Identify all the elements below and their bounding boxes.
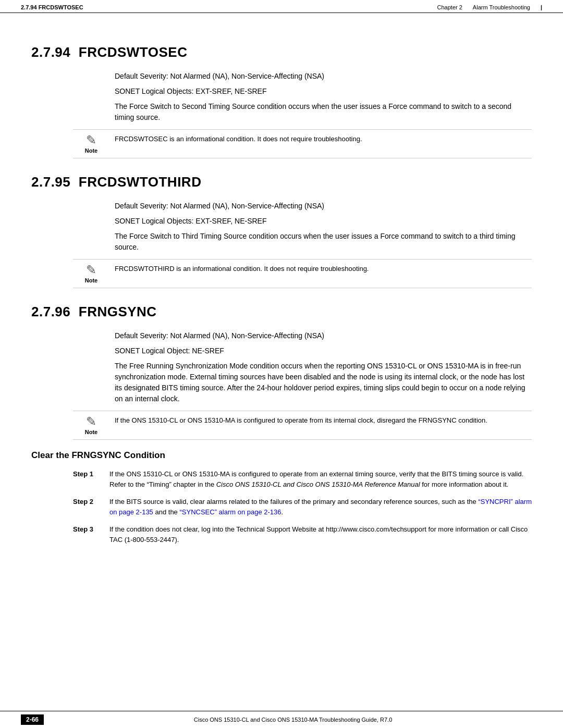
step-2-content: If the BITS source is valid, clear alarm… [109, 497, 532, 517]
step-2-text3: . [282, 508, 284, 516]
step-1-label: Step 1 [73, 469, 109, 489]
header-title: Alarm Troubleshooting [473, 4, 530, 10]
page-header: 2.7.94 FRCDSWTOSEC Chapter 2 Alarm Troub… [0, 0, 563, 13]
section-title-frcdswtosec: 2.7.94 FRCDSWTOSEC [31, 44, 532, 60]
section-body-frcdswtothird: Default Severity: Not Alarmed (NA), Non-… [115, 201, 532, 253]
logical-objects-frngsync: SONET Logical Object: NE-SREF [115, 346, 532, 356]
header-chapter: Chapter 2 [437, 4, 462, 10]
step-3-label: Step 3 [73, 524, 109, 545]
step-2-label: Step 2 [73, 497, 109, 517]
header-right: Chapter 2 Alarm Troubleshooting | [437, 4, 542, 10]
step-1-row: Step 1 If the ONS 15310-CL or ONS 15310-… [73, 469, 532, 489]
syncsec-link[interactable]: “SYNCSEC” alarm on page 2-136 [179, 508, 281, 516]
note-text-frcdswtosec: FRCDSWTOSEC is an informational conditio… [115, 134, 532, 144]
page-footer: 2-66 Cisco ONS 15310-CL and Cisco ONS 15… [0, 711, 563, 728]
note-frcdswtothird: ✎ Note FRCDSWTOTHIRD is an informational… [73, 259, 532, 288]
note-icon-area: ✎ Note [73, 134, 115, 154]
note-text-frcdswtothird: FRCDSWTOTHIRD is an informational condit… [115, 264, 532, 274]
step-3-row: Step 3 If the condition does not clear, … [73, 524, 532, 545]
step-2-text: If the BITS source is valid, clear alarm… [109, 498, 478, 505]
description-frcdswtosec: The Force Switch to Second Timing Source… [115, 101, 532, 123]
note-icon-area-2: ✎ Note [73, 264, 115, 283]
footer-document-title: Cisco ONS 15310-CL and Cisco ONS 15310-M… [44, 717, 542, 723]
steps-container: Step 1 If the ONS 15310-CL or ONS 15310-… [73, 469, 532, 545]
default-severity-frcdswtosec: Default Severity: Not Alarmed (NA), Non-… [115, 71, 532, 82]
section-body-frcdswtosec: Default Severity: Not Alarmed (NA), Non-… [115, 71, 532, 123]
section-body-frngsync: Default Severity: Not Alarmed (NA), Non-… [115, 330, 532, 404]
step-2-row: Step 2 If the BITS source is valid, clea… [73, 497, 532, 517]
step-1-italic: Cisco ONS 15310-CL and Cisco ONS 15310-M… [216, 480, 420, 488]
step-2-text2: and the [153, 508, 180, 516]
note-label-3: Note [85, 429, 97, 435]
subsection-title-frngsync: Clear the FRNGSYNC Condition [31, 450, 532, 461]
header-bar: | [541, 4, 542, 10]
note-label-2: Note [85, 277, 97, 283]
section-title-frcdswtothird: 2.7.95 FRCDSWTOTHIRD [31, 174, 532, 190]
description-frcdswtothird: The Force Switch to Third Timing Source … [115, 231, 532, 253]
step-1-content: If the ONS 15310-CL or ONS 15310-MA is c… [109, 469, 532, 489]
description-frngsync: The Free Running Synchronization Mode co… [115, 361, 532, 404]
note-label: Note [85, 147, 97, 154]
note-frcdswtosec: ✎ Note FRCDSWTOSEC is an informational c… [73, 129, 532, 158]
default-severity-frngsync: Default Severity: Not Alarmed (NA), Non-… [115, 330, 532, 341]
footer-page-number: 2-66 [21, 714, 44, 725]
step-1-text2: for more information about it. [420, 480, 509, 488]
main-content: 2.7.94 FRCDSWTOSEC Default Severity: Not… [0, 13, 563, 583]
header-breadcrumb: 2.7.94 FRCDSWTOSEC [21, 4, 83, 10]
pencil-icon: ✎ [86, 134, 96, 146]
note-text-frngsync: If the ONS 15310-CL or ONS 15310-MA is c… [115, 415, 532, 426]
default-severity-frcdswtothird: Default Severity: Not Alarmed (NA), Non-… [115, 201, 532, 212]
note-icon-area-3: ✎ Note [73, 415, 115, 435]
logical-objects-frcdswtothird: SONET Logical Objects: EXT-SREF, NE-SREF [115, 216, 532, 227]
step-3-content: If the condition does not clear, log int… [109, 524, 532, 545]
logical-objects-frcdswtosec: SONET Logical Objects: EXT-SREF, NE-SREF [115, 86, 532, 97]
section-title-frngsync: 2.7.96 FRNGSYNC [31, 304, 532, 320]
note-frngsync: ✎ Note If the ONS 15310-CL or ONS 15310-… [73, 411, 532, 440]
pencil-icon-2: ✎ [86, 264, 96, 276]
pencil-icon-3: ✎ [86, 415, 96, 428]
